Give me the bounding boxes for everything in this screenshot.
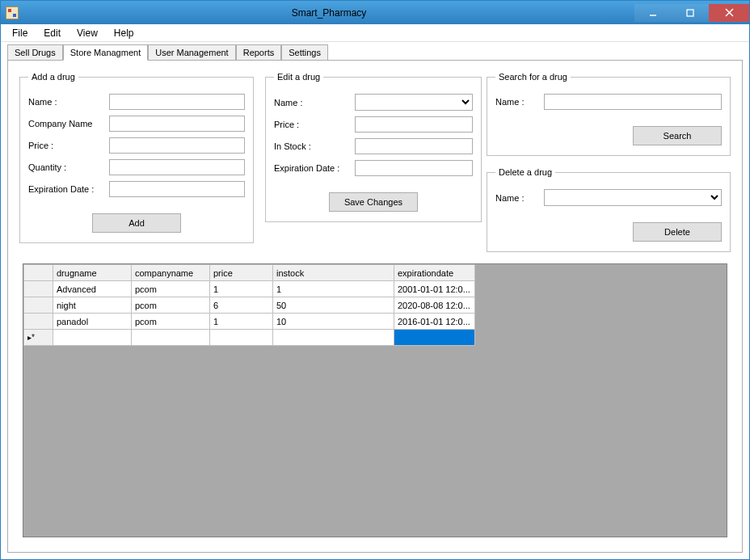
close-button[interactable]	[709, 4, 749, 22]
data-grid[interactable]: drugname companyname price instock expir…	[23, 263, 727, 537]
search-drug-legend: Search for a drug	[495, 72, 571, 82]
tab-content: Add a drug Name : Company Name Price :	[7, 60, 743, 553]
edit-drug-legend: Edit a drug	[274, 72, 323, 82]
save-changes-button[interactable]: Save Changes	[329, 192, 418, 212]
add-company-label: Company Name	[28, 119, 109, 128]
cell-expirationdate[interactable]: 2020-08-08 12:0...	[394, 297, 475, 314]
cell-price[interactable]: 1	[210, 281, 273, 297]
cell-price[interactable]: 6	[210, 297, 273, 314]
edit-stock-label: In Stock :	[274, 141, 355, 151]
menu-help[interactable]: Help	[106, 26, 142, 40]
cell-price[interactable]	[210, 330, 273, 346]
add-exp-input[interactable]	[109, 181, 245, 197]
tab-settings[interactable]: Settings	[281, 44, 328, 61]
table-row[interactable]: Advanced pcom 1 1 2001-01-01 12:0...	[24, 281, 475, 297]
add-price-input[interactable]	[109, 137, 245, 154]
search-name-label: Name :	[495, 97, 544, 107]
cell-instock[interactable]: 10	[273, 314, 394, 330]
row-header[interactable]	[24, 297, 53, 314]
add-qty-label: Quantity :	[28, 162, 109, 172]
menu-edit[interactable]: Edit	[36, 26, 69, 40]
cell-expirationdate[interactable]: 2016-01-01 12:0...	[394, 314, 475, 330]
maximize-icon	[686, 9, 694, 17]
cell-drugname[interactable]: panadol	[53, 314, 132, 330]
new-row-indicator[interactable]: ▸*	[24, 330, 53, 346]
delete-name-select[interactable]	[544, 189, 722, 206]
cell-companyname[interactable]: pcom	[132, 297, 210, 314]
menu-file[interactable]: File	[4, 26, 36, 40]
minimize-icon	[649, 9, 657, 17]
edit-price-input[interactable]	[355, 116, 473, 133]
edit-price-label: Price :	[274, 120, 355, 129]
col-drugname[interactable]: drugname	[53, 265, 132, 281]
row-header[interactable]	[24, 281, 53, 297]
cell-instock[interactable]: 50	[273, 297, 394, 314]
add-exp-label: Expiration Date :	[28, 184, 109, 194]
add-drug-group: Add a drug Name : Company Name Price :	[19, 72, 254, 243]
delete-drug-group: Delete a drug Name : Delete	[487, 167, 731, 252]
cell-drugname[interactable]: night	[53, 297, 132, 314]
maximize-button[interactable]	[672, 4, 709, 22]
search-drug-group: Search for a drug Name : Search	[487, 72, 731, 156]
cell-companyname[interactable]	[132, 330, 210, 346]
edit-stock-input[interactable]	[355, 138, 473, 154]
delete-drug-legend: Delete a drug	[495, 167, 555, 177]
cell-instock[interactable]	[273, 330, 394, 346]
add-button[interactable]: Add	[92, 213, 181, 233]
table-row[interactable]: night pcom 6 50 2020-08-08 12:0...	[24, 297, 475, 314]
tabstrip: Sell Drugs Store Managment User Manageme…	[1, 42, 749, 60]
table-row[interactable]: panadol pcom 1 10 2016-01-01 12:0...	[24, 314, 475, 330]
cell-expirationdate[interactable]	[394, 330, 475, 346]
cell-companyname[interactable]: pcom	[132, 281, 210, 297]
titlebar[interactable]: Smart_Pharmacy	[1, 1, 749, 24]
edit-name-label: Name :	[274, 98, 355, 107]
app-window: Smart_Pharmacy File Edit View Help Sell …	[0, 0, 750, 560]
window-title: Smart_Pharmacy	[23, 7, 634, 19]
row-header[interactable]	[24, 314, 53, 330]
tab-store-management[interactable]: Store Managment	[63, 44, 148, 61]
menubar: File Edit View Help	[1, 24, 749, 42]
edit-exp-input[interactable]	[355, 160, 473, 176]
window-controls	[634, 4, 749, 22]
add-qty-input[interactable]	[109, 159, 245, 175]
groups-row: Add a drug Name : Company Name Price :	[19, 72, 731, 252]
svg-rect-1	[687, 10, 693, 16]
col-expirationdate[interactable]: expirationdate	[394, 265, 475, 281]
cell-instock[interactable]: 1	[273, 281, 394, 297]
table-new-row[interactable]: ▸*	[24, 330, 475, 346]
minimize-button[interactable]	[634, 4, 672, 22]
cell-expirationdate[interactable]: 2001-01-01 12:0...	[394, 281, 475, 297]
app-icon	[6, 6, 19, 19]
add-company-input[interactable]	[109, 116, 245, 132]
menu-view[interactable]: View	[69, 26, 106, 40]
add-price-label: Price :	[28, 141, 109, 150]
close-icon	[725, 8, 734, 17]
delete-button[interactable]: Delete	[633, 222, 722, 242]
tab-reports[interactable]: Reports	[236, 44, 282, 61]
add-name-input[interactable]	[109, 94, 245, 110]
cell-companyname[interactable]: pcom	[132, 314, 210, 330]
search-name-input[interactable]	[544, 94, 722, 110]
edit-drug-group: Edit a drug Name : Price : In Stock :	[265, 72, 482, 222]
delete-name-label: Name :	[495, 193, 544, 203]
edit-name-select[interactable]	[355, 94, 473, 111]
tab-sell-drugs[interactable]: Sell Drugs	[7, 44, 63, 61]
edit-exp-label: Expiration Date :	[274, 163, 355, 173]
col-instock[interactable]: instock	[273, 265, 394, 281]
cell-drugname[interactable]	[53, 330, 132, 346]
grid-corner[interactable]	[24, 265, 53, 281]
add-name-label: Name :	[28, 97, 109, 107]
col-companyname[interactable]: companyname	[132, 265, 210, 281]
col-price[interactable]: price	[210, 265, 273, 281]
tab-user-management[interactable]: User Management	[148, 44, 236, 61]
cell-price[interactable]: 1	[210, 314, 273, 330]
search-button[interactable]: Search	[633, 126, 722, 145]
add-drug-legend: Add a drug	[28, 72, 78, 82]
cell-drugname[interactable]: Advanced	[53, 281, 132, 297]
